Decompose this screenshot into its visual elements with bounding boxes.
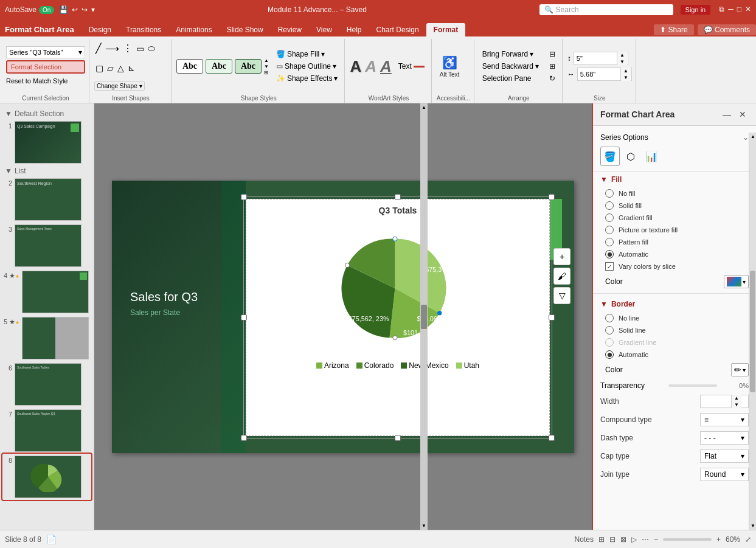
border-section-header[interactable]: ▼ Border — [593, 296, 756, 312]
picture-fill-option[interactable]: Picture or texture fill — [593, 224, 756, 236]
slide-show-icon[interactable]: ▷ — [631, 535, 637, 544]
series-options-arrow[interactable]: ⌄ — [743, 133, 749, 142]
slide-thumb-7[interactable]: 7 Southwest Sales Region Q3 — [2, 408, 91, 454]
handle-dot-right[interactable] — [437, 311, 442, 315]
bring-forward-button[interactable]: Bring Forward ▾ — [479, 49, 542, 60]
chart-elements-button[interactable]: + — [553, 248, 570, 265]
no-fill-radio[interactable] — [605, 189, 614, 198]
solid-line-option[interactable]: Solid line — [593, 324, 756, 336]
automatic-line-option[interactable]: Automatic — [593, 349, 756, 361]
panel-scroll-thumb[interactable] — [750, 271, 755, 392]
arrow-shape[interactable]: ⟶ — [104, 42, 120, 55]
shape-style-1[interactable]: Abc — [176, 59, 203, 74]
border-color-button[interactable]: ✏ ▾ — [731, 363, 749, 376]
solid-line-radio[interactable] — [605, 326, 614, 335]
shape-style-3[interactable]: Abc — [235, 59, 262, 74]
shape-tab-button[interactable]: ⬡ — [621, 147, 640, 166]
no-fill-option[interactable]: No fill — [593, 187, 756, 199]
handle-dot-left[interactable] — [345, 263, 349, 267]
zoom-slider[interactable] — [663, 538, 712, 541]
tab-review[interactable]: Review — [271, 23, 309, 36]
reset-to-match-style-button[interactable]: Reset to Match Style — [6, 75, 85, 86]
panel-scroll-up[interactable]: ▲ — [749, 133, 756, 140]
slide-thumb-2[interactable]: 2 Southwest Region — [2, 176, 91, 223]
fill-color-button[interactable]: ▾ — [724, 275, 749, 288]
shape-style-2[interactable]: Abc — [206, 59, 232, 74]
slide-thumb-3[interactable]: 3 Sales Management Team — [2, 223, 91, 269]
dash-type-control[interactable]: - - - ▾ — [700, 431, 749, 445]
fill-section-header[interactable]: ▼ Fill — [593, 172, 756, 187]
series-dropdown[interactable]: Series "Q3 Totals" ▾ — [6, 46, 85, 58]
width-up[interactable]: ▲ — [621, 68, 631, 74]
slide-thumb-5[interactable]: 5 ★ — [2, 315, 91, 361]
status-notes-icon[interactable]: 📄 — [46, 535, 57, 544]
panel-close-button[interactable]: ✕ — [737, 108, 749, 120]
tab-format[interactable]: Format — [426, 23, 466, 36]
section-arrow-default[interactable]: ▼ — [5, 109, 12, 118]
shape-outline-button[interactable]: ▭ Shape Outline ▾ — [273, 61, 341, 72]
reading-view-icon[interactable]: ⊠ — [620, 535, 626, 544]
join-type-control[interactable]: Round ▾ — [700, 468, 749, 481]
wordart-a-plain[interactable]: A — [350, 57, 361, 76]
signin-button[interactable]: Sign in — [681, 5, 711, 15]
tab-help[interactable]: Help — [339, 23, 369, 36]
wordart-a-italic[interactable]: A — [365, 57, 376, 76]
tab-view[interactable]: View — [309, 23, 339, 36]
panel-scroll-down[interactable]: ▼ — [749, 522, 756, 530]
chart-styles-button[interactable]: 🖌 — [553, 268, 570, 285]
slide-thumb-6[interactable]: 6 Southwest Sales Tables — [2, 361, 91, 408]
pattern-fill-radio[interactable] — [605, 238, 614, 246]
gradient-fill-radio[interactable] — [605, 213, 614, 222]
tab-slideshow[interactable]: Slide Show — [220, 23, 271, 36]
solid-fill-option[interactable]: Solid fill — [593, 199, 756, 212]
tab-transitions[interactable]: Transitions — [119, 23, 168, 36]
automatic-fill-radio[interactable] — [605, 250, 614, 258]
undo-icon[interactable]: ↩ — [72, 5, 78, 14]
shape-styles-scroll[interactable]: ▲ ▼ ⊞ — [264, 58, 269, 75]
slide-thumb-8[interactable]: 8 — [2, 454, 91, 500]
alt-text-button[interactable]: ♿ Alt Text — [437, 54, 463, 80]
width-down[interactable]: ▼ — [621, 74, 631, 81]
redo-icon[interactable]: ↪ — [81, 5, 88, 14]
no-line-option[interactable]: No line — [593, 312, 756, 324]
close-icon[interactable]: ✕ — [745, 5, 751, 15]
automatic-line-radio[interactable] — [605, 350, 614, 359]
immersive-reader-icon[interactable]: ⋯ — [642, 535, 649, 544]
height-up[interactable]: ▲ — [617, 52, 627, 58]
send-backward-button[interactable]: Send Backward ▾ — [479, 61, 542, 72]
canvas-scrollbar[interactable]: ▲ ▼ — [420, 103, 428, 530]
vary-colors-checkbox[interactable] — [605, 262, 614, 271]
compound-type-control[interactable]: ≡ ▾ — [700, 413, 749, 426]
rotate-button[interactable]: ↻ — [546, 73, 558, 84]
chart-filter-button[interactable]: ▽ — [553, 287, 570, 304]
save-icon[interactable]: 💾 — [59, 5, 68, 14]
minimize-icon[interactable]: ─ — [728, 5, 733, 15]
scroll-down[interactable]: ▼ — [420, 522, 428, 530]
slide-container[interactable]: Sales for Q3 Sales per State Q3 Totals — [112, 181, 574, 453]
scroll-up[interactable]: ▲ — [420, 103, 428, 111]
zoom-level[interactable]: 60% — [726, 535, 740, 544]
height-input-control[interactable]: ▲ ▼ — [574, 52, 628, 65]
vary-colors-option[interactable]: Vary colors by slice — [593, 260, 756, 272]
normal-view-icon[interactable]: ⊞ — [598, 535, 605, 544]
autosave-toggle[interactable]: On — [39, 6, 54, 14]
zoom-out-icon[interactable]: − — [654, 535, 658, 544]
chart-tab-button[interactable]: 📊 — [642, 147, 661, 166]
line-shape[interactable]: ╱ — [94, 42, 103, 55]
solid-fill-radio[interactable] — [605, 201, 614, 210]
slide-sorter-icon[interactable]: ⊟ — [609, 535, 616, 544]
slide-thumb-4[interactable]: 4 ★ — [2, 269, 91, 315]
change-shape-btn[interactable]: Change Shape ▾ — [94, 82, 145, 91]
rounded-rect[interactable]: ▢ — [94, 63, 105, 74]
scroll-thumb[interactable] — [421, 305, 427, 329]
section-arrow-list[interactable]: ▼ — [5, 167, 12, 175]
shape-fill-button[interactable]: 🪣 Shape Fill ▾ — [273, 49, 341, 60]
height-down[interactable]: ▼ — [617, 58, 627, 65]
no-line-radio[interactable] — [605, 314, 614, 322]
gradient-line-option[interactable]: Gradient line — [593, 336, 756, 349]
chart-container[interactable]: Q3 Totals $75,377, 23% $70,062 — [246, 199, 550, 436]
transparency-slider[interactable] — [668, 384, 717, 387]
tab-design[interactable]: Design — [81, 23, 119, 36]
handle-dot-bottom[interactable] — [393, 335, 397, 339]
wordart-a-underline[interactable]: A — [380, 57, 392, 76]
